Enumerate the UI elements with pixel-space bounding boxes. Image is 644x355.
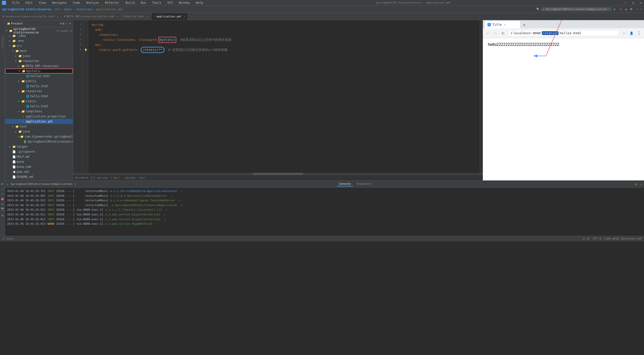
address-bar[interactable]: ℹ localhost:8080/static/hello2.html: [508, 30, 619, 36]
editor-scrollbar[interactable]: [480, 20, 483, 173]
tree-app-yml[interactable]: ▶ ⚙ application.yml: [5, 119, 73, 124]
sidebar-more-icon[interactable]: ⋮: [65, 22, 68, 25]
tree-static-hello[interactable]: ▶ 🌐 hello.html: [5, 104, 73, 109]
tree-readme-md[interactable]: ▶ 📄 README.md: [5, 174, 73, 179]
browser-profile-btn[interactable]: 👤: [628, 30, 634, 36]
sidebar-expand-icon[interactable]: ≡: [63, 22, 65, 25]
sidebar-settings-icon[interactable]: ⚙: [60, 22, 62, 25]
breadcrumb-resources[interactable]: resources: [75, 8, 92, 11]
tree-resources-hello[interactable]: ▶ 🌐 hello.html: [5, 94, 73, 99]
tab-metainf-hello[interactable]: H META-INF\resources\hello.html ✕: [62, 13, 121, 20]
debug-button[interactable]: 🐞: [618, 7, 623, 11]
tree-mvn[interactable]: ▶ 📁 .mvn: [5, 38, 73, 43]
browser-back-btn[interactable]: ←: [485, 30, 491, 36]
breadcrumb-file[interactable]: application.yml: [96, 8, 123, 11]
tree-public-hello-label: hello.html: [30, 84, 48, 88]
tree-mvnw-cmd[interactable]: ▶ 📄 mvnw.cmd: [5, 164, 73, 169]
tab-close-icon[interactable]: ✕: [57, 15, 59, 18]
run-tab-console[interactable]: Console: [337, 182, 353, 186]
menu-window[interactable]: Window: [178, 1, 191, 5]
tree-test-java[interactable]: ▶ 📁 java: [5, 129, 73, 134]
browser-refresh-btn[interactable]: ↻: [500, 30, 506, 36]
tree-main[interactable]: ▼ 📁 main: [5, 48, 73, 53]
tree-help-md[interactable]: ▶ 📄 HELP.md: [5, 154, 73, 159]
breadcrumb-root[interactable]: springboot10-staticresource: [2, 8, 51, 11]
browser-more-btn[interactable]: ⋮: [636, 30, 642, 36]
close-btn[interactable]: ✕: [640, 1, 642, 5]
menu-code[interactable]: Code: [72, 1, 81, 5]
menu-navigate[interactable]: Navigate: [51, 1, 68, 5]
sidebar-close-icon[interactable]: ×: [69, 22, 71, 25]
tree-templates[interactable]: ▶ 📁 templates: [5, 109, 73, 114]
camera-icon[interactable]: 📷: [1, 207, 4, 210]
browser-tab[interactable]: Title ✕: [485, 21, 520, 28]
structure-icon[interactable]: Structure: [1, 36, 4, 49]
tab-close-icon-4[interactable]: ✕: [184, 15, 185, 18]
tab-close-icon-3[interactable]: ✕: [147, 15, 148, 18]
tree-package[interactable]: ▶ 📁 com.bjpowernode.springboot1: [5, 134, 73, 139]
tree-metainf[interactable]: ▶ 📁 META-INF.resources: [5, 63, 73, 69]
code-editor[interactable]: spring: web: resources: static-locations…: [88, 20, 480, 173]
menu-vcs[interactable]: VCS: [166, 1, 174, 5]
tab-resources-hello[interactable]: H resources\resources\hello.html ✕: [0, 13, 62, 20]
tab-close-icon-2[interactable]: ✕: [117, 15, 119, 18]
settings-button[interactable]: ⚙: [629, 7, 633, 11]
tree-src[interactable]: ▼ 📁 src: [5, 43, 73, 48]
menu-file[interactable]: File: [11, 1, 20, 5]
tree-target[interactable]: ▶ 📁 target: [5, 144, 73, 149]
run-panel-close-x[interactable]: ✕: [74, 182, 76, 186]
down-icon[interactable]: ↓: [2, 192, 3, 195]
sidebar-title: Project: [11, 22, 59, 25]
browser-new-tab[interactable]: +: [521, 22, 527, 28]
run-action-icon[interactable]: ▶: [1, 182, 3, 186]
tab-application-yml[interactable]: Y application.yml ✕: [152, 13, 188, 20]
menu-edit[interactable]: Edit: [24, 1, 34, 5]
tree-test[interactable]: ▼ 📁 test: [5, 124, 73, 129]
run-tab-endpoints[interactable]: Endpoints: [355, 182, 374, 186]
tree-resources[interactable]: ▼ 📁 resources: [5, 58, 73, 63]
menu-run[interactable]: Run: [140, 1, 147, 5]
tree-mvnw[interactable]: ▶ 📄 mvnw: [5, 159, 73, 164]
tree-mystatic[interactable]: ▼ 📁 mystatic: [5, 69, 73, 74]
run-panel-minus[interactable]: —: [640, 182, 642, 186]
rerun-icon[interactable]: ↻: [2, 202, 3, 206]
maximize-btn[interactable]: □: [632, 1, 634, 5]
menu-analyze[interactable]: Analyze: [85, 1, 100, 5]
tree-public-hello[interactable]: ▶ 🌐 hello.html: [5, 84, 73, 89]
tree-gitignore[interactable]: ▶ 📄 .gitignore: [5, 149, 73, 154]
browser-tab-close[interactable]: ✕: [504, 23, 506, 26]
menu-bar: File Edit View Navigate Code Analyze Ref…: [0, 0, 644, 6]
tree-resources-sub[interactable]: ▶ 📁 resources: [5, 89, 73, 94]
tree-app-props[interactable]: ▶ ⚙ application.properties: [5, 114, 73, 119]
run-panel-gear[interactable]: ⚙: [635, 182, 637, 186]
tree-hello2-html[interactable]: ▶ 🌐 hello2.html: [5, 74, 73, 79]
menu-view[interactable]: View: [38, 1, 47, 5]
up-icon[interactable]: ↑: [2, 187, 3, 190]
tree-spring-class[interactable]: ▶ 🍃 Springboot10Staticresource: [5, 139, 73, 144]
tree-java[interactable]: ▶ 📁 java: [5, 53, 73, 58]
tab-hello2[interactable]: H hello2.html ✕: [121, 13, 152, 20]
menu-help[interactable]: Help: [195, 1, 204, 5]
run-config-selector[interactable]: ▶ Springboot10StaticresourceApplication …: [541, 7, 612, 11]
tree-public[interactable]: ▶ 📁 public: [5, 79, 73, 84]
settings-run-icon[interactable]: ⚙: [2, 214, 3, 217]
run-button[interactable]: ▶: [613, 7, 617, 11]
browser-bookmark-btn[interactable]: ☆: [621, 30, 627, 36]
status-line-col: 6:35: [583, 237, 590, 240]
tree-pom-xml[interactable]: ▶ 📋 pom.xml: [5, 169, 73, 174]
breadcrumb-main[interactable]: main: [64, 8, 72, 11]
minimize-btn[interactable]: —: [624, 1, 626, 5]
tree-static[interactable]: ▶ 📁 static: [5, 99, 73, 104]
menu-tools[interactable]: Tools: [151, 1, 162, 5]
intention-icon[interactable]: 💡: [84, 49, 87, 51]
menu-refactor[interactable]: Refactor: [104, 1, 121, 5]
tree-root-path: H:/power_n: [57, 29, 72, 32]
breadcrumb-src[interactable]: src: [55, 8, 61, 11]
code-line-2: web:: [91, 27, 477, 32]
stop-run-icon[interactable]: ■: [1, 197, 3, 201]
tree-root[interactable]: ▼ 📁 springboot10-staticresource H:/power…: [5, 28, 73, 33]
editor-hscrollbar[interactable]: [73, 173, 483, 175]
browser-forward-btn[interactable]: →: [492, 30, 499, 36]
menu-build[interactable]: Build: [125, 1, 136, 5]
stop-button[interactable]: ■: [624, 7, 628, 11]
